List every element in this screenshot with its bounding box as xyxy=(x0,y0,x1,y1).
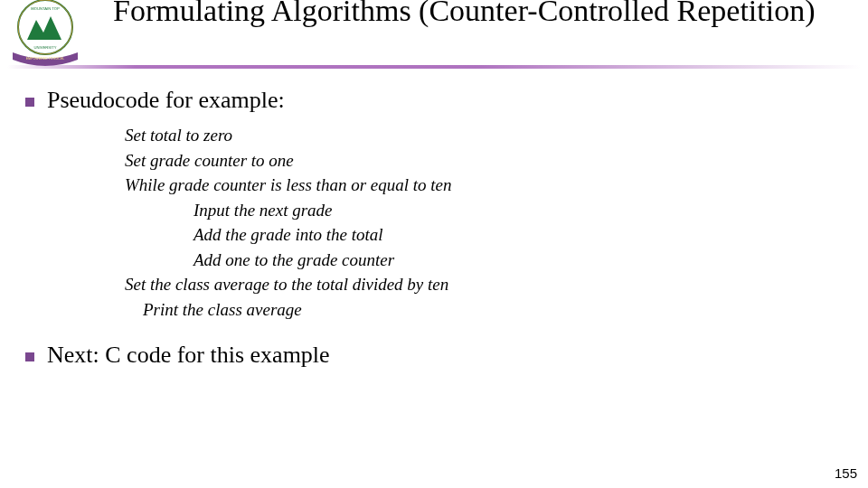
bullet-item: Pseudocode for example: xyxy=(25,87,841,114)
pseudo-line: Input the next grade xyxy=(125,198,841,223)
slide-body: Pseudocode for example: Set total to zer… xyxy=(25,87,841,378)
pseudo-line: While grade counter is less than or equa… xyxy=(125,173,841,198)
logo-top-text: MOUNTAIN TOP xyxy=(31,6,60,11)
bullet-text: Next: C code for this example xyxy=(47,342,330,369)
pseudo-line: Print the class average xyxy=(125,297,841,323)
bullet-text: Pseudocode for example: xyxy=(47,87,285,114)
pseudo-line: Add the grade into the total xyxy=(125,222,841,248)
slide: MOUNTAIN TOP UNIVERSITY EMPOWERED TO EXC… xyxy=(0,0,868,488)
logo-bottom-text: UNIVERSITY xyxy=(33,45,56,50)
bullet-square-icon xyxy=(25,352,34,361)
slide-title: Formulating Algorithms (Counter-Controll… xyxy=(113,0,850,29)
pseudo-line: Set total to zero xyxy=(125,123,841,148)
page-number: 155 xyxy=(835,465,857,481)
bullet-square-icon xyxy=(25,98,34,107)
pseudo-line: Add one to the grade counter xyxy=(125,248,841,273)
title-underline xyxy=(7,65,861,69)
pseudo-line: Set the class average to the total divid… xyxy=(125,272,841,297)
pseudo-line: Set grade counter to one xyxy=(125,148,841,174)
university-logo: MOUNTAIN TOP UNIVERSITY EMPOWERED TO EXC… xyxy=(9,0,81,74)
logo-banner-text: EMPOWERED TO EXCEL xyxy=(26,57,65,61)
bullet-item: Next: C code for this example xyxy=(25,342,841,369)
pseudocode-block: Set total to zero Set grade counter to o… xyxy=(125,123,841,322)
